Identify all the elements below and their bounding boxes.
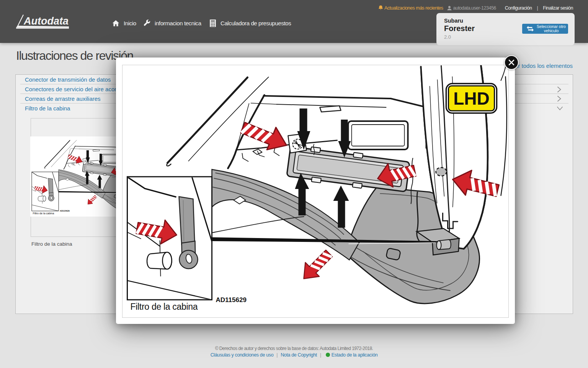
svg-text:Autodata: Autodata	[23, 15, 69, 27]
